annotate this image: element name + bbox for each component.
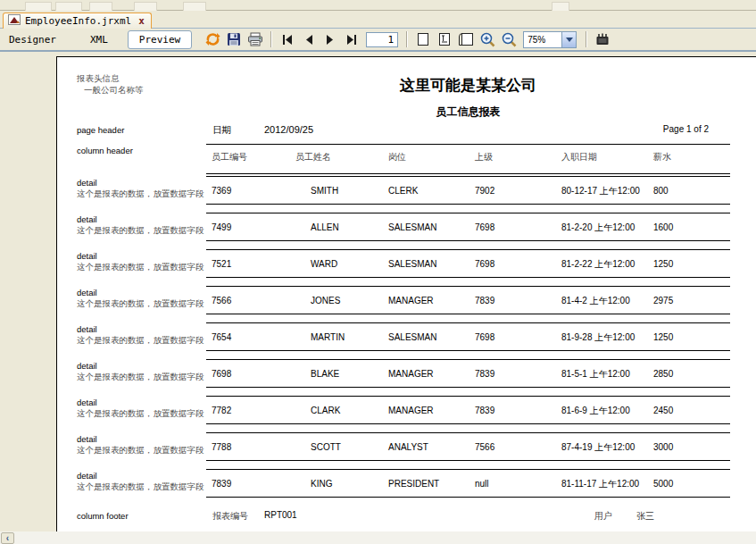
margin-label-column-header: column header [77,146,133,155]
rule-line [206,173,730,174]
last-page-icon[interactable] [342,30,361,48]
cropped-top-toolbar [0,0,756,11]
application-window: EmployeeInfo.jrxml x Designer XML Previe… [0,0,756,544]
save-icon[interactable] [224,30,244,48]
table-cell: KING [311,477,400,491]
table-cell: 7566 [212,294,292,308]
table-cell: 7782 [212,404,292,418]
refresh-icon[interactable] [203,30,222,48]
rule-line [206,350,730,351]
editor-tab-bar: EmployeeInfo.jrxml x [0,12,756,29]
table-cell: WARD [311,257,400,272]
table-cell: 81-2-22 上午12:00 [561,257,660,272]
margin-label-detail-note: 这个是报表的数据，放置数据字段 [77,188,204,200]
detail-band: detail这个是报表的数据，放置数据字段7369SMITHCLERK79028… [57,176,756,213]
table-cell: PRESIDENT [388,477,473,491]
toolbar-remnant [25,2,52,11]
rule-line [206,204,730,205]
fit-page-icon[interactable] [435,30,454,48]
next-page-icon[interactable] [320,30,340,48]
toolbar-remnant [89,2,112,11]
xml-view-button[interactable]: XML [81,31,117,48]
table-cell: 7499 [212,221,292,235]
previous-page-icon[interactable] [299,30,319,48]
toolbar-remnant [55,2,82,11]
report-preview-area: 报表头信息 一般公司名称等 这里可能是某某公司 员工信息报表 page head… [0,52,756,531]
detail-band: detail这个是报表的数据，放置数据字段7782CLARKMANAGER783… [57,396,756,432]
rule-line [206,240,730,241]
table-cell: 1600 [653,221,716,235]
table-cell: SMITH [311,184,400,198]
rule-line [206,144,730,145]
table-cell: 1250 [653,331,716,345]
rule-line [206,286,730,287]
first-page-icon[interactable] [278,30,297,48]
detail-band: detail这个是报表的数据，放置数据字段7788SCOTTANALYST756… [57,432,756,469]
detail-band: detail这个是报表的数据，放置数据字段7839KINGPRESIDENTnu… [57,469,756,506]
margin-label-detail-note: 这个是报表的数据，放置数据字段 [77,445,204,456]
horizontal-scrollbar[interactable]: ‹ [0,531,756,544]
page-number-input[interactable] [366,32,398,47]
table-cell: 7698 [475,331,560,345]
table-cell: MANAGER [388,367,473,381]
user-value: 张三 [636,510,654,523]
zoom-level-value: 75% [524,35,561,45]
table-cell: 7839 [212,477,292,491]
table-cell: 7839 [475,294,560,308]
report-no-value: RPT001 [264,510,297,520]
zoom-out-icon[interactable] [499,30,519,48]
date-value: 2012/09/25 [264,124,313,135]
detail-band: detail这个是报表的数据，放置数据字段7566JONESMANAGER783… [57,286,756,322]
preview-view-button[interactable]: Preview [128,30,192,49]
margin-label-detail: detail [77,288,97,297]
column-header-ename: 员工姓名 [295,151,331,163]
margin-label-detail-note: 这个是报表的数据，放置数据字段 [77,225,204,237]
table-cell: CLERK [388,184,473,198]
scroll-left-arrow[interactable]: ‹ [1,532,14,544]
rule-line [206,176,730,177]
fit-width-icon[interactable] [456,30,476,48]
table-cell: 7369 [212,184,292,198]
toolbar-separator [406,31,408,47]
tab-close-icon[interactable]: x [138,17,145,26]
table-cell: 81-2-20 上午12:00 [561,221,660,235]
table-cell: 7902 [475,184,560,198]
chevron-down-icon[interactable] [561,32,576,47]
print-icon[interactable] [245,30,265,48]
designer-view-button[interactable]: Designer [0,31,65,48]
zoom-level-select[interactable]: 75% [523,31,577,48]
report-page: 报表头信息 一般公司名称等 这里可能是某某公司 员工信息报表 page head… [56,56,756,531]
margin-label-detail-note: 这个是报表的数据，放置数据字段 [77,372,204,383]
zoom-in-icon[interactable] [478,30,497,48]
table-cell: JONES [311,294,400,308]
toolbar-separator [270,31,272,47]
rule-line [206,432,730,433]
margin-label-detail: detail [77,214,97,224]
column-header-mgr: 上级 [475,151,493,163]
actual-size-icon[interactable] [413,30,433,48]
toolbar-remnant [183,2,206,11]
table-cell: 87-4-19 上午12:00 [561,440,660,455]
table-cell: 7788 [212,440,292,455]
margin-label-detail: detail [77,251,97,261]
movie-export-icon[interactable] [593,30,612,48]
table-cell: 7654 [212,331,292,345]
tab-employeeinfo-jrxml[interactable]: EmployeeInfo.jrxml x [3,13,152,29]
report-subtitle: 员工信息报表 [206,105,730,120]
rule-line [206,469,730,470]
table-cell: 7698 [212,367,292,381]
rule-line [206,322,730,323]
margin-label-detail: detail [77,398,97,407]
margin-label-page-header: page header [77,125,124,135]
margin-label-detail-note: 这个是报表的数据，放置数据字段 [77,408,204,420]
margin-label-detail: detail [77,361,97,371]
rule-line [206,277,730,278]
table-cell: 81-4-2 上午12:00 [561,294,660,308]
column-header-empno: 员工编号 [212,151,247,163]
table-cell: BLAKE [311,367,400,381]
table-cell: 81-6-9 上午12:00 [561,404,660,418]
rule-line [206,396,730,397]
table-cell: 5000 [653,477,716,491]
rule-line [206,497,730,498]
margin-label-detail: detail [77,434,97,444]
